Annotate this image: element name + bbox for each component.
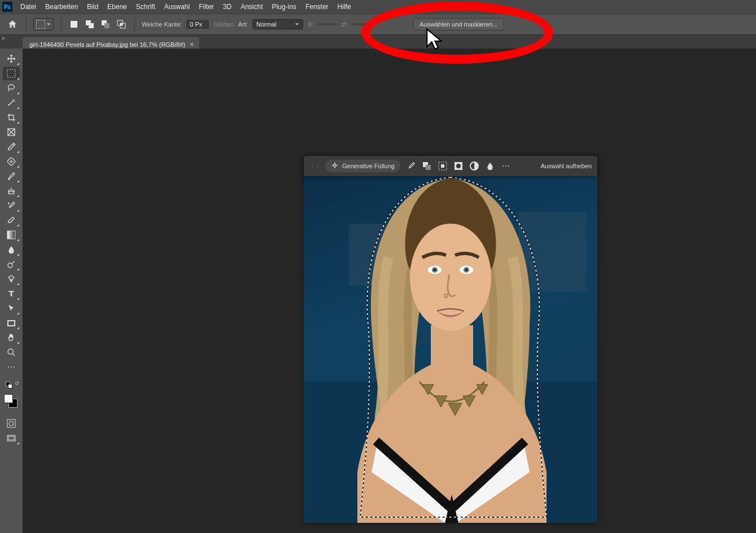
path-select-tool[interactable]	[3, 302, 20, 315]
close-icon[interactable]: ×	[190, 41, 194, 49]
hand-tool[interactable]	[3, 331, 20, 344]
blur-tool[interactable]	[3, 243, 20, 256]
divider	[26, 17, 27, 32]
ctx-brush-icon[interactable]	[406, 161, 416, 171]
style-value: Normal	[256, 21, 276, 28]
color-swatches[interactable]	[4, 394, 19, 409]
svg-rect-12	[7, 231, 15, 239]
tool-preset-dropdown[interactable]	[33, 18, 54, 30]
ctx-subtract-icon[interactable]	[422, 161, 432, 171]
brush-tool[interactable]	[3, 169, 20, 183]
frame-tool[interactable]	[3, 125, 20, 139]
svg-rect-32	[426, 165, 431, 170]
svg-rect-7	[120, 23, 123, 25]
divider	[134, 17, 135, 32]
menu-filter[interactable]: Filter	[194, 1, 219, 12]
dodge-tool[interactable]	[3, 257, 20, 271]
crop-tool[interactable]	[3, 111, 20, 124]
svg-point-23	[410, 224, 491, 331]
height-input	[351, 23, 370, 25]
feather-input[interactable]: 0 Px	[186, 20, 209, 29]
menu-bild[interactable]: Bild	[82, 1, 103, 12]
svg-rect-16	[7, 420, 15, 427]
spot-heal-tool[interactable]	[3, 155, 20, 168]
marquee-preset-icon	[36, 20, 45, 29]
sparkle-icon	[331, 162, 339, 170]
select-and-mask-button[interactable]: Auswählen und maskieren...	[413, 18, 504, 30]
style-label: Art:	[238, 21, 248, 28]
history-brush-tool[interactable]	[3, 199, 20, 212]
menu-3d[interactable]: 3D	[219, 1, 236, 12]
svg-point-13	[8, 263, 12, 268]
more-tools-icon[interactable]: ⋯	[3, 360, 20, 374]
marquee-tool[interactable]	[3, 67, 20, 80]
quickmask-icon[interactable]	[3, 417, 20, 430]
selection-new-icon[interactable]	[68, 18, 80, 30]
svg-rect-19	[8, 436, 14, 440]
pen-tool[interactable]	[3, 272, 20, 286]
contextual-task-bar[interactable]: ⋮⋮ Generative Füllung ⋯ Auswahl aufheben	[304, 156, 597, 176]
style-dropdown[interactable]: Normal	[252, 19, 303, 29]
zoom-tool[interactable]	[3, 346, 20, 359]
svg-rect-14	[8, 321, 15, 326]
svg-point-36	[456, 164, 461, 168]
type-tool[interactable]	[3, 287, 20, 300]
photoshop-logo-icon: Ps	[2, 2, 12, 12]
magic-wand-tool[interactable]	[3, 96, 20, 110]
document-image	[304, 156, 597, 523]
document-canvas[interactable]	[304, 156, 597, 523]
options-bar: Weiche Kante: 0 Px Glätten Art: Normal B…	[0, 14, 756, 35]
menu-bar: Ps Datei Bearbeiten Bild Ebene Schrift A…	[0, 0, 756, 14]
ctx-invert-icon[interactable]	[438, 161, 448, 171]
menu-datei[interactable]: Datei	[16, 1, 41, 12]
tools-panel: ⋯ ↺	[0, 49, 23, 533]
menu-ebene[interactable]: Ebene	[103, 1, 132, 12]
lasso-tool[interactable]	[3, 81, 20, 95]
expand-panels-icon[interactable]: »	[2, 35, 5, 41]
menu-plugins[interactable]: Plug-ins	[268, 1, 301, 12]
selection-add-icon[interactable]	[84, 18, 96, 30]
selection-mode-group	[68, 18, 128, 30]
swap-wh-icon[interactable]: ⇄	[342, 21, 347, 28]
screenmode-icon[interactable]	[3, 431, 20, 445]
ctx-adjust-icon[interactable]	[469, 161, 479, 171]
menu-auswahl[interactable]: Auswahl	[160, 1, 194, 12]
rectangle-tool[interactable]	[3, 316, 20, 330]
feather-label: Weiche Kante:	[142, 21, 182, 28]
divider	[60, 17, 61, 32]
ctx-fill-icon[interactable]	[485, 161, 495, 171]
menu-bearbeiten[interactable]: Bearbeiten	[41, 1, 82, 12]
selection-subtract-icon[interactable]	[99, 18, 112, 30]
svg-point-15	[8, 349, 13, 354]
width-label: B:	[308, 21, 313, 28]
menu-hilfe[interactable]: Hilfe	[333, 1, 356, 12]
home-icon[interactable]	[6, 18, 19, 31]
chevron-down-icon	[46, 22, 51, 27]
ctx-mask-icon[interactable]	[453, 161, 464, 171]
deselect-button[interactable]: Auswahl aufheben	[540, 163, 592, 169]
menu-ansicht[interactable]: Ansicht	[236, 1, 267, 12]
svg-rect-0	[71, 21, 77, 28]
menu-schrift[interactable]: Schrift	[132, 1, 160, 12]
chevron-down-icon	[295, 22, 299, 27]
eyedropper-tool[interactable]	[3, 140, 20, 154]
canvas-area[interactable]: ⋮⋮ Generative Füllung ⋯ Auswahl aufheben	[23, 49, 756, 533]
svg-point-9	[8, 85, 15, 89]
generative-fill-label: Generative Füllung	[342, 163, 395, 169]
clone-stamp-tool[interactable]	[3, 184, 20, 198]
selection-intersect-icon[interactable]	[115, 18, 128, 30]
move-tool[interactable]	[3, 52, 20, 65]
eraser-tool[interactable]	[3, 213, 20, 227]
svg-rect-8	[7, 69, 15, 77]
ctx-more-icon[interactable]: ⋯	[501, 161, 511, 171]
svg-point-17	[9, 421, 14, 426]
drag-handle-icon[interactable]: ⋮⋮	[309, 163, 320, 170]
menu-fenster[interactable]: Fenster	[301, 1, 333, 12]
default-colors-icon[interactable]: ↺	[3, 381, 20, 390]
document-tab-title: girl-1846490 Pexels auf Pixabay.jpg bei …	[29, 41, 185, 48]
generative-fill-button[interactable]: Generative Füllung	[325, 160, 400, 172]
gradient-tool[interactable]	[3, 228, 20, 242]
svg-point-26	[434, 269, 436, 271]
svg-rect-34	[441, 164, 444, 168]
svg-rect-2	[89, 23, 94, 28]
